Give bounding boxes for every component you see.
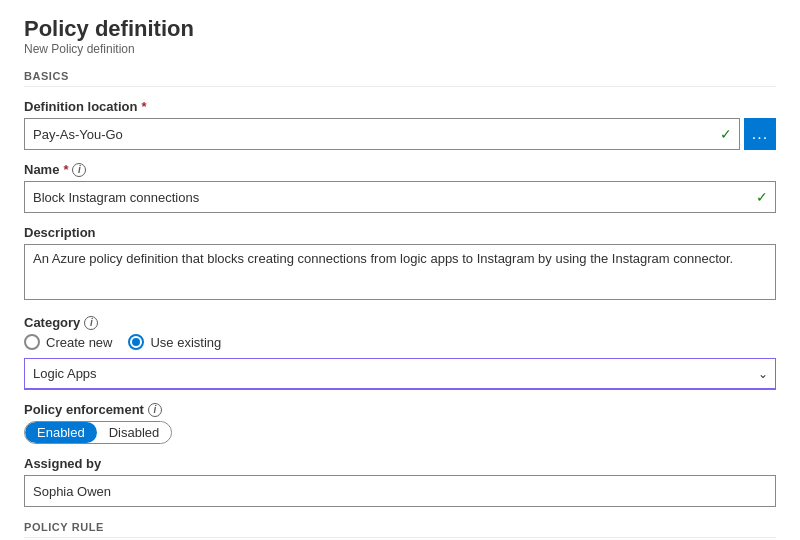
category-create-new-option[interactable]: Create new	[24, 334, 112, 350]
definition-location-input[interactable]	[24, 118, 740, 150]
policy-rule-section-header: POLICY RULE	[24, 521, 776, 538]
name-label: Name	[24, 162, 59, 177]
category-use-existing-radio	[128, 334, 144, 350]
page-subtitle: New Policy definition	[24, 42, 776, 56]
category-create-new-label: Create new	[46, 335, 112, 350]
category-create-new-radio	[24, 334, 40, 350]
assigned-by-label: Assigned by	[24, 456, 101, 471]
enforcement-enabled-option[interactable]: Enabled	[25, 422, 97, 443]
name-check-icon: ✓	[756, 189, 768, 205]
definition-location-required: *	[141, 99, 146, 114]
policy-enforcement-label: Policy enforcement	[24, 402, 144, 417]
definition-location-label: Definition location	[24, 99, 137, 114]
category-use-existing-option[interactable]: Use existing	[128, 334, 221, 350]
name-info-icon[interactable]: i	[72, 163, 86, 177]
policy-enforcement-toggle[interactable]: Enabled Disabled	[24, 421, 172, 444]
description-label: Description	[24, 225, 96, 240]
category-label: Category	[24, 315, 80, 330]
name-input[interactable]	[24, 181, 776, 213]
assigned-by-input[interactable]	[24, 475, 776, 507]
description-input[interactable]: An Azure policy definition that blocks c…	[24, 244, 776, 300]
category-use-existing-label: Use existing	[150, 335, 221, 350]
definition-location-browse-button[interactable]: ...	[744, 118, 776, 150]
enforcement-disabled-option[interactable]: Disabled	[97, 422, 172, 443]
basics-section-header: BASICS	[24, 70, 776, 87]
category-info-icon[interactable]: i	[84, 316, 98, 330]
page-title: Policy definition	[24, 16, 776, 42]
policy-enforcement-info-icon[interactable]: i	[148, 403, 162, 417]
category-select[interactable]: Logic Apps	[24, 358, 776, 390]
name-required: *	[63, 162, 68, 177]
check-icon: ✓	[720, 126, 732, 142]
